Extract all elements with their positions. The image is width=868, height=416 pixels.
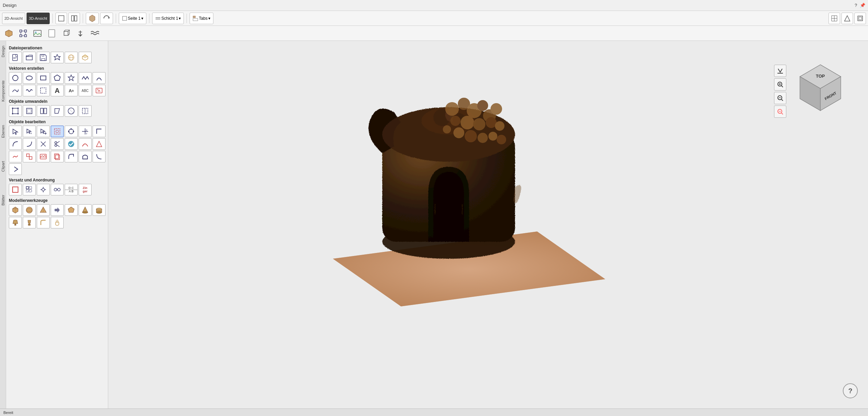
tool-transform2[interactable] (23, 105, 36, 117)
tool-resize-xy[interactable]: XY (79, 126, 92, 137)
layer-dropdown[interactable]: Schicht 1 ▾ (152, 13, 184, 24)
canvas-area[interactable]: TOP FRONT ? (108, 41, 868, 409)
window-help[interactable]: ? (855, 3, 857, 8)
tool-bend3d[interactable] (37, 217, 50, 228)
tool-cone3d[interactable] (79, 204, 92, 216)
tool-corner1[interactable] (93, 126, 106, 137)
vtab-clipart[interactable]: Clipart (0, 160, 6, 173)
tool-select-dashed[interactable] (51, 126, 64, 137)
tool-arrow-r[interactable] (9, 163, 22, 175)
btn-rotate[interactable] (100, 13, 113, 24)
tool-plugin[interactable] (51, 52, 64, 63)
tool-trophy3d[interactable] (23, 217, 36, 228)
help-button[interactable]: ? (843, 383, 858, 398)
tabs-dropdown[interactable]: Tabs ▾ (190, 13, 213, 24)
tool-zinger[interactable]: Zinger (79, 184, 92, 195)
tool-node2[interactable] (23, 151, 36, 162)
tool-corner2[interactable] (9, 138, 22, 150)
tool-select-rect[interactable] (37, 85, 50, 96)
tool-dc[interactable]: D CA B (65, 184, 78, 195)
tool-arc2[interactable] (79, 138, 92, 150)
tool-shape2[interactable] (79, 151, 92, 162)
tool-arrow[interactable] (9, 126, 22, 137)
btn-3d-cube[interactable] (3, 28, 15, 39)
tool-globe[interactable] (65, 52, 78, 63)
btn-material[interactable] (86, 13, 99, 24)
btn-view-box[interactable] (854, 13, 866, 24)
btn-zoom-fit[interactable] (774, 92, 786, 104)
tool-save[interactable] (37, 52, 50, 63)
tool-rect[interactable] (37, 72, 50, 84)
btn-page[interactable] (46, 28, 58, 39)
btn-snap-down[interactable] (774, 65, 786, 77)
tool-copy[interactable] (51, 151, 64, 162)
tool-offset-grid[interactable] (23, 184, 36, 195)
btn-cube-wire[interactable] (60, 28, 72, 39)
tool-transform5[interactable] (65, 105, 78, 117)
tool-hatch[interactable] (37, 138, 50, 150)
tool-radial[interactable] (37, 184, 50, 195)
tool-open[interactable] (23, 52, 36, 63)
btn-snap-grid[interactable] (829, 13, 840, 24)
section-bearbeiten: Objekte bearbeiten (9, 119, 106, 124)
btn-zoom-out[interactable] (774, 106, 786, 118)
tool-scissors[interactable] (51, 138, 64, 150)
svg-rect-108 (28, 224, 30, 225)
tool-curve2[interactable] (9, 151, 22, 162)
tool-text-abc[interactable]: ABC (79, 85, 92, 96)
tool-ellipse[interactable] (23, 72, 36, 84)
tool-pentagon[interactable] (51, 72, 64, 84)
tool-pentagon3d[interactable] (65, 204, 78, 216)
vtab-ebenen[interactable]: Ebenen (0, 124, 6, 139)
tool-transform6[interactable] (79, 105, 92, 117)
tool-transform1[interactable] (9, 105, 22, 117)
tool-zigzag[interactable] (79, 72, 92, 84)
tool-triangle[interactable] (93, 138, 106, 150)
tool-arrow-move[interactable] (37, 126, 50, 137)
tool-arrow3d[interactable] (51, 204, 64, 216)
tool-shape3[interactable] (93, 151, 106, 162)
tool-lamp3d[interactable] (9, 217, 22, 228)
tool-new[interactable] (9, 52, 22, 63)
btn-anchor[interactable] (74, 28, 86, 39)
tool-node[interactable] (65, 126, 78, 137)
nav-cube[interactable]: TOP FRONT (793, 61, 848, 123)
vtab-komponente[interactable]: Komponente (0, 79, 6, 103)
tool-hand3d[interactable] (51, 217, 64, 228)
tool-transform3[interactable] (37, 105, 50, 117)
tool-text-A[interactable]: A (51, 85, 64, 96)
tool-shape1[interactable] (65, 151, 78, 162)
tool-cylinder3d[interactable] (93, 204, 106, 216)
window-pin[interactable]: 📌 (860, 3, 865, 8)
page-dropdown[interactable]: Seite 1 ▾ (119, 13, 146, 24)
tool-text-Aa[interactable]: Aa (65, 85, 78, 96)
tool-image2[interactable] (37, 151, 50, 162)
tool-arrow-add[interactable]: + (23, 126, 36, 137)
btn-snap-tri[interactable] (841, 13, 853, 24)
tool-image-import[interactable] (93, 85, 106, 96)
tool-link[interactable] (51, 184, 64, 195)
tool-corner3[interactable] (23, 138, 36, 150)
btn-view-full[interactable] (55, 13, 67, 24)
btn-view-split[interactable] (68, 13, 80, 24)
tool-transform4[interactable] (51, 105, 64, 117)
tool-circle[interactable] (9, 72, 22, 84)
btn-2d-view[interactable]: 2D-Ansicht (2, 13, 25, 24)
tool-sphere3d[interactable] (23, 204, 36, 216)
tool-curve[interactable] (9, 85, 22, 96)
btn-waves[interactable] (89, 28, 101, 39)
btn-nodes[interactable] (17, 28, 29, 39)
vtab-blaetter[interactable]: Blätter (0, 193, 6, 207)
tool-cube3d[interactable] (9, 204, 22, 216)
tool-check[interactable] (65, 138, 78, 150)
tool-gem[interactable] (79, 52, 92, 63)
tool-pyramid3d[interactable] (37, 204, 50, 216)
btn-image[interactable] (31, 28, 44, 39)
btn-3d-view[interactable]: 3D-Ansicht (27, 13, 50, 24)
btn-zoom-in[interactable] (774, 78, 786, 91)
tool-arc[interactable] (93, 72, 106, 84)
tool-star[interactable] (65, 72, 78, 84)
tool-offset-rect[interactable] (9, 184, 22, 195)
vtab-design[interactable]: Design (0, 44, 6, 59)
tool-wave[interactable] (23, 85, 36, 96)
